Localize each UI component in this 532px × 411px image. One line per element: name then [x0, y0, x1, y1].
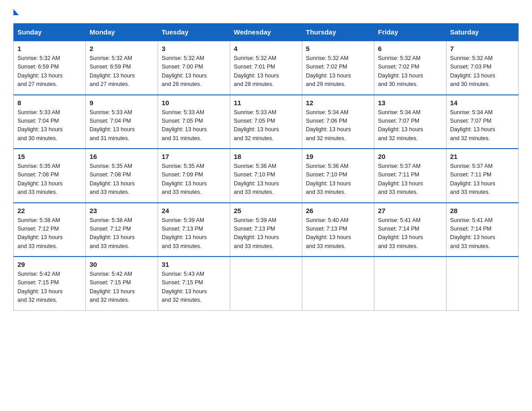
days-header-row: SundayMondayTuesdayWednesdayThursdayFrid… [14, 24, 519, 41]
calendar-cell: 28 Sunrise: 5:41 AM Sunset: 7:14 PM Dayl… [446, 203, 519, 257]
day-number: 17 [162, 153, 226, 160]
calendar-table: SundayMondayTuesdayWednesdayThursdayFrid… [13, 23, 519, 311]
calendar-cell: 24 Sunrise: 5:39 AM Sunset: 7:13 PM Dayl… [158, 203, 230, 257]
calendar-cell: 27 Sunrise: 5:41 AM Sunset: 7:14 PM Dayl… [374, 203, 446, 257]
week-row-1: 1 Sunrise: 5:32 AM Sunset: 6:59 PM Dayli… [14, 41, 519, 95]
calendar-cell [302, 257, 374, 310]
day-number: 31 [162, 261, 226, 268]
day-number: 10 [162, 99, 226, 107]
calendar-cell: 5 Sunrise: 5:32 AM Sunset: 7:02 PM Dayli… [302, 41, 374, 95]
calendar-cell: 4 Sunrise: 5:32 AM Sunset: 7:01 PM Dayli… [230, 41, 302, 95]
day-header-sunday: Sunday [14, 24, 86, 41]
calendar-cell: 14 Sunrise: 5:34 AM Sunset: 7:07 PM Dayl… [446, 95, 519, 149]
day-info: Sunrise: 5:32 AM Sunset: 6:59 PM Dayligh… [17, 54, 82, 89]
day-number: 1 [17, 45, 82, 52]
day-number: 15 [17, 153, 82, 160]
day-info: Sunrise: 5:33 AM Sunset: 7:04 PM Dayligh… [17, 108, 82, 143]
day-info: Sunrise: 5:42 AM Sunset: 7:15 PM Dayligh… [17, 270, 82, 305]
day-info: Sunrise: 5:32 AM Sunset: 7:01 PM Dayligh… [234, 54, 298, 89]
day-number: 2 [90, 45, 154, 52]
day-info: Sunrise: 5:36 AM Sunset: 7:10 PM Dayligh… [306, 162, 370, 197]
day-number: 28 [450, 207, 515, 214]
day-info: Sunrise: 5:41 AM Sunset: 7:14 PM Dayligh… [450, 216, 515, 251]
day-number: 25 [234, 207, 298, 214]
day-number: 8 [17, 99, 82, 107]
calendar-cell: 2 Sunrise: 5:32 AM Sunset: 6:59 PM Dayli… [86, 41, 158, 95]
day-number: 21 [450, 153, 515, 160]
calendar-cell: 16 Sunrise: 5:35 AM Sunset: 7:08 PM Dayl… [86, 149, 158, 203]
day-number: 26 [306, 207, 370, 214]
calendar-cell: 21 Sunrise: 5:37 AM Sunset: 7:11 PM Dayl… [446, 149, 519, 203]
calendar-cell [374, 257, 446, 310]
day-number: 13 [378, 99, 442, 107]
day-info: Sunrise: 5:39 AM Sunset: 7:13 PM Dayligh… [234, 216, 298, 251]
day-number: 30 [90, 261, 154, 268]
calendar-cell: 17 Sunrise: 5:35 AM Sunset: 7:09 PM Dayl… [158, 149, 230, 203]
day-info: Sunrise: 5:40 AM Sunset: 7:13 PM Dayligh… [306, 216, 370, 251]
day-info: Sunrise: 5:42 AM Sunset: 7:15 PM Dayligh… [90, 270, 154, 305]
calendar-cell: 7 Sunrise: 5:32 AM Sunset: 7:03 PM Dayli… [446, 41, 519, 95]
calendar-cell: 23 Sunrise: 5:38 AM Sunset: 7:12 PM Dayl… [86, 203, 158, 257]
week-row-3: 15 Sunrise: 5:35 AM Sunset: 7:08 PM Dayl… [14, 149, 519, 203]
day-number: 22 [17, 207, 82, 214]
calendar-cell: 18 Sunrise: 5:36 AM Sunset: 7:10 PM Dayl… [230, 149, 302, 203]
calendar-cell [446, 257, 519, 310]
day-info: Sunrise: 5:35 AM Sunset: 7:08 PM Dayligh… [17, 162, 82, 197]
day-number: 20 [378, 153, 442, 160]
calendar-cell [230, 257, 302, 310]
day-header-tuesday: Tuesday [158, 24, 230, 41]
calendar-cell: 26 Sunrise: 5:40 AM Sunset: 7:13 PM Dayl… [302, 203, 374, 257]
calendar-cell: 11 Sunrise: 5:33 AM Sunset: 7:05 PM Dayl… [230, 95, 302, 149]
day-info: Sunrise: 5:34 AM Sunset: 7:07 PM Dayligh… [378, 108, 442, 143]
day-header-monday: Monday [86, 24, 158, 41]
day-number: 5 [306, 45, 370, 52]
calendar-cell: 25 Sunrise: 5:39 AM Sunset: 7:13 PM Dayl… [230, 203, 302, 257]
day-info: Sunrise: 5:32 AM Sunset: 7:03 PM Dayligh… [450, 54, 515, 89]
day-info: Sunrise: 5:32 AM Sunset: 7:02 PM Dayligh… [378, 54, 442, 89]
day-info: Sunrise: 5:33 AM Sunset: 7:05 PM Dayligh… [234, 108, 298, 143]
day-number: 16 [90, 153, 154, 160]
day-number: 7 [450, 45, 515, 52]
day-info: Sunrise: 5:33 AM Sunset: 7:05 PM Dayligh… [162, 108, 226, 143]
calendar-cell: 20 Sunrise: 5:37 AM Sunset: 7:11 PM Dayl… [374, 149, 446, 203]
day-info: Sunrise: 5:32 AM Sunset: 7:00 PM Dayligh… [162, 54, 226, 89]
week-row-5: 29 Sunrise: 5:42 AM Sunset: 7:15 PM Dayl… [14, 257, 519, 310]
day-number: 12 [306, 99, 370, 107]
day-info: Sunrise: 5:34 AM Sunset: 7:07 PM Dayligh… [450, 108, 515, 143]
logo [13, 9, 19, 14]
calendar-cell: 31 Sunrise: 5:43 AM Sunset: 7:15 PM Dayl… [158, 257, 230, 310]
day-info: Sunrise: 5:37 AM Sunset: 7:11 PM Dayligh… [450, 162, 515, 197]
day-number: 23 [90, 207, 154, 214]
day-header-saturday: Saturday [446, 24, 519, 41]
day-number: 29 [17, 261, 82, 268]
calendar-cell: 12 Sunrise: 5:34 AM Sunset: 7:06 PM Dayl… [302, 95, 374, 149]
day-info: Sunrise: 5:35 AM Sunset: 7:09 PM Dayligh… [162, 162, 226, 197]
day-number: 19 [306, 153, 370, 160]
day-number: 4 [234, 45, 298, 52]
day-number: 27 [378, 207, 442, 214]
day-info: Sunrise: 5:38 AM Sunset: 7:12 PM Dayligh… [17, 216, 82, 251]
day-number: 3 [162, 45, 226, 52]
day-info: Sunrise: 5:36 AM Sunset: 7:10 PM Dayligh… [234, 162, 298, 197]
day-info: Sunrise: 5:39 AM Sunset: 7:13 PM Dayligh… [162, 216, 226, 251]
calendar-cell: 22 Sunrise: 5:38 AM Sunset: 7:12 PM Dayl… [14, 203, 86, 257]
calendar-cell: 9 Sunrise: 5:33 AM Sunset: 7:04 PM Dayli… [86, 95, 158, 149]
day-header-friday: Friday [374, 24, 446, 41]
day-number: 11 [234, 99, 298, 107]
calendar-cell: 29 Sunrise: 5:42 AM Sunset: 7:15 PM Dayl… [14, 257, 86, 310]
day-info: Sunrise: 5:34 AM Sunset: 7:06 PM Dayligh… [306, 108, 370, 143]
calendar-cell: 1 Sunrise: 5:32 AM Sunset: 6:59 PM Dayli… [14, 41, 86, 95]
day-info: Sunrise: 5:32 AM Sunset: 6:59 PM Dayligh… [90, 54, 154, 89]
week-row-4: 22 Sunrise: 5:38 AM Sunset: 7:12 PM Dayl… [14, 203, 519, 257]
day-number: 14 [450, 99, 515, 107]
calendar-cell: 6 Sunrise: 5:32 AM Sunset: 7:02 PM Dayli… [374, 41, 446, 95]
day-info: Sunrise: 5:38 AM Sunset: 7:12 PM Dayligh… [90, 216, 154, 251]
day-number: 6 [378, 45, 442, 52]
calendar-cell: 30 Sunrise: 5:42 AM Sunset: 7:15 PM Dayl… [86, 257, 158, 310]
day-info: Sunrise: 5:33 AM Sunset: 7:04 PM Dayligh… [90, 108, 154, 143]
day-number: 18 [234, 153, 298, 160]
day-info: Sunrise: 5:41 AM Sunset: 7:14 PM Dayligh… [378, 216, 442, 251]
calendar-cell: 15 Sunrise: 5:35 AM Sunset: 7:08 PM Dayl… [14, 149, 86, 203]
day-header-wednesday: Wednesday [230, 24, 302, 41]
calendar-cell: 10 Sunrise: 5:33 AM Sunset: 7:05 PM Dayl… [158, 95, 230, 149]
